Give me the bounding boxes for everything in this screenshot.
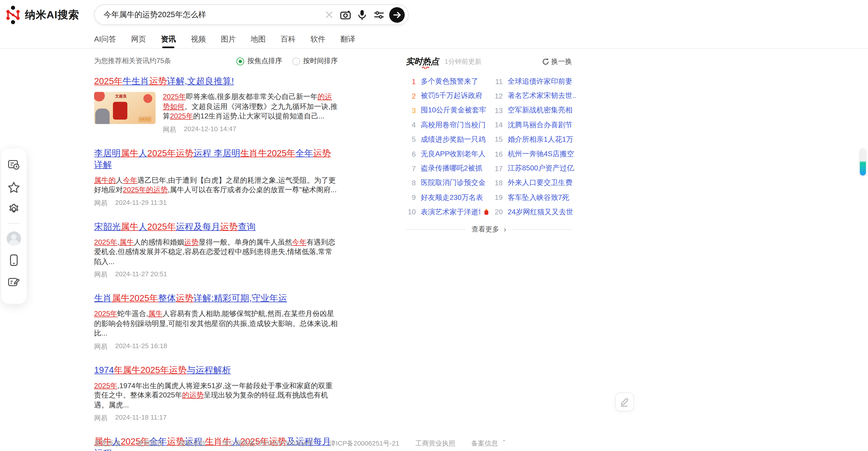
search-tabs: AI问答 网页 资讯 视频 图片 地图 百科 软件 翻译 <box>0 31 868 49</box>
microphone-icon[interactable] <box>354 6 370 23</box>
result-item: 2025年牛生肖运势详解,文超良推算! 文超良 2025 2025年即将来临,很… <box>94 75 338 134</box>
search-input[interactable] <box>103 10 320 19</box>
result-source: 网易2024-12-10 14:47 <box>163 125 338 134</box>
footer-link-icp[interactable]: 津ICP备20006251号-21 <box>329 439 399 449</box>
caret-up-icon[interactable]: ⌃ <box>502 439 506 449</box>
pencil-icon <box>620 397 629 407</box>
search-submit-button[interactable] <box>389 7 405 23</box>
hot-item[interactable]: 2024岁网红猫又又去世 <box>493 204 576 219</box>
clear-icon[interactable] <box>320 6 337 23</box>
user-avatar[interactable] <box>6 231 21 246</box>
scrollbar-thumb[interactable] <box>860 148 866 175</box>
hot-item[interactable]: 6无良APP收割老年人 <box>406 147 489 161</box>
hot-item[interactable]: 17江苏8500户资产过亿 <box>493 161 576 176</box>
hot-item[interactable]: 14沈腾马丽合办喜剧节 <box>493 118 576 132</box>
tab-maps[interactable]: 地图 <box>251 31 266 48</box>
hot-item[interactable]: 8医院取消门诊预交金 <box>406 176 489 190</box>
hot-item[interactable]: 13空军新战机密集亮相 <box>493 103 576 118</box>
refresh-icon <box>542 58 549 65</box>
tab-video[interactable]: 视频 <box>191 31 206 48</box>
hot-item[interactable]: 4高校用卷帘门当校门 <box>406 118 489 132</box>
footer-link-police-record[interactable]: 津公网安备12011602300304号 <box>222 439 313 449</box>
footer-link-feedback[interactable]: 意见反馈 <box>94 439 121 449</box>
camera-icon[interactable] <box>337 6 353 23</box>
results-column: 为您推荐相关资讯约75条 按焦点排序 按时间排序 2025年牛生肖运势详解,文超… <box>94 49 338 451</box>
tab-news[interactable]: 资讯 <box>161 31 176 48</box>
radio-selected-icon <box>237 57 244 65</box>
hot-item[interactable]: 11全球追债许家印前妻 <box>493 74 576 89</box>
tab-wiki[interactable]: 百科 <box>281 31 296 48</box>
result-snippet: 2025年,属牛人的感情和婚姻运势显得一般。单身的属牛人虽然今年有遇到恋爱机会,… <box>94 237 338 266</box>
result-title-link[interactable]: 1974年属牛2025年运势与运程解析 <box>94 364 338 376</box>
result-snippet: 2025年即将来临,很多朋友都非常关心自己新一年的运势如何。文超良运用《河洛理数… <box>163 92 338 121</box>
hot-refresh-button[interactable]: 换一换 <box>542 57 572 66</box>
tab-translate[interactable]: 翻译 <box>340 31 355 48</box>
hot-item[interactable]: 9好友顺走230万名表 <box>406 190 489 204</box>
settings-gear-icon[interactable] <box>8 203 20 216</box>
result-snippet: 属牛的人今年遇乙巳年,由于遭到【白虎】之星的耗泄之象,运气受阻。为了更好地应对2… <box>94 175 338 195</box>
candle-icon <box>484 209 489 215</box>
chevron-right-icon: › <box>504 225 506 234</box>
hot-view-more-button[interactable]: 查看更多 › <box>406 225 572 234</box>
search-box <box>94 4 409 25</box>
hot-topics-panel: 实时热点 1分钟前更新 换一换 1多个黄色预警来了 2被 <box>406 49 572 451</box>
hot-item[interactable]: 12著名艺术家宋韧去世... <box>493 89 576 103</box>
result-item: 生肖属牛2025年整体运势详解:精彩可期,守业年运 2025年蛇牛遥合,属牛人容… <box>94 292 338 351</box>
result-snippet: 2025年蛇牛遥合,属牛人容易有贵人相助,能够保驾护航,然而,在某些月份凶星的影… <box>94 309 338 338</box>
footer-link-privacy[interactable]: 隐私条款 <box>179 439 206 449</box>
left-tool-rail <box>1 148 27 304</box>
result-source: 网易2024-11-25 16:18 <box>94 342 338 351</box>
radio-unselected-icon <box>292 57 300 65</box>
top-bar: 纳米AI搜索 <box>0 0 868 29</box>
mobile-phone-icon[interactable] <box>8 254 20 266</box>
hot-item[interactable]: 2被罚5千万起诉政府 <box>406 89 489 103</box>
result-source: 网易2024-11-29 11:31 <box>94 198 338 208</box>
sort-by-time-radio[interactable]: 按时间排序 <box>292 57 338 66</box>
hot-item[interactable]: 1多个黄色预警来了 <box>406 74 489 89</box>
feedback-edit-icon[interactable] <box>8 276 20 288</box>
footer-link-record-info[interactable]: 备案信息 <box>471 439 498 449</box>
hot-list-right: 11全球追债许家印前妻 12著名艺术家宋韧去世... 13空军新战机密集亮相 1… <box>493 74 576 219</box>
hot-item[interactable]: 19客车坠入峡谷致7死 <box>493 190 576 204</box>
tab-ai-qa[interactable]: AI问答 <box>94 31 116 48</box>
hot-item[interactable]: 15婚介所相亲1人花1万 <box>493 132 576 147</box>
result-item: 宋韶光属牛人2025年运程及每月运势查询 2025年,属牛人的感情和婚姻运势显得… <box>94 221 338 280</box>
footer-link-terms[interactable]: 使用协议 <box>137 439 163 449</box>
result-title-link[interactable]: 宋韶光属牛人2025年运程及每月运势查询 <box>94 221 338 232</box>
red-wave-underline <box>422 66 431 68</box>
hot-topics-title: 实时热点 <box>406 57 439 67</box>
hot-updated-text: 1分钟前更新 <box>444 57 482 66</box>
tab-images[interactable]: 图片 <box>221 31 236 48</box>
result-title-link[interactable]: 生肖属牛2025年整体运势详解:精彩可期,守业年运 <box>94 292 338 304</box>
page: 纳米AI搜索 <box>0 0 868 451</box>
sort-by-focus-radio[interactable]: 按焦点排序 <box>237 57 282 66</box>
brand-name: 纳米AI搜索 <box>25 8 79 22</box>
result-source: 网易2024-11-27 20:51 <box>94 270 338 280</box>
hot-item[interactable]: 10表演艺术家于洋逝世 <box>406 204 489 219</box>
footer-link-business-license[interactable]: 工商营业执照 <box>415 439 455 449</box>
filters-icon[interactable] <box>370 6 387 23</box>
hot-item[interactable]: 18外来人口要交卫生费 <box>493 176 576 190</box>
tab-web[interactable]: 网页 <box>131 31 146 48</box>
hot-item[interactable]: 7盗录传播哪吒2被抓 <box>406 161 489 176</box>
tab-software[interactable]: 软件 <box>310 31 326 48</box>
hot-list-left: 1多个黄色预警来了 2被罚5千万起诉政府 3囤10公斤黄金被套牢 4高校用卷帘门… <box>406 74 489 219</box>
result-item: 李居明属牛人2025年运势运程 李居明生肖牛2025年全年运势详解 属牛的人今年… <box>94 147 338 208</box>
result-title-link[interactable]: 李居明属牛人2025年运势运程 李居明生肖牛2025年全年运势详解 <box>94 147 338 170</box>
hot-item[interactable]: 5成绩进步奖励一只鸡 <box>406 132 489 147</box>
history-icon[interactable] <box>8 159 20 171</box>
results-count-text: 为您推荐相关资讯约75条 <box>94 57 171 66</box>
result-source: 网易2024-11-18 11:17 <box>94 414 338 423</box>
favorites-star-icon[interactable] <box>8 181 20 193</box>
result-item: 1974年属牛2025年运势与运程解析 2025年,1974年出生的属虎人将迎来… <box>94 364 338 423</box>
result-snippet: 2025年,1974年出生的属虎人将迎来51岁,这一年龄段处于事业和家庭的双重责… <box>94 381 338 410</box>
result-thumbnail[interactable]: 文超良 2025 <box>94 92 156 124</box>
page-footer: 意见反馈 使用协议 隐私条款 津公网安备12011602300304号 津ICP… <box>94 439 506 449</box>
brand-logo[interactable]: 纳米AI搜索 <box>5 5 79 25</box>
hot-item[interactable]: 3囤10公斤黄金被套牢 <box>406 103 489 118</box>
brand-logo-icon <box>5 5 20 25</box>
hot-item[interactable]: 16杭州一奔驰4S店搬空 <box>493 147 576 161</box>
result-title-link[interactable]: 2025年牛生肖运势详解,文超良推算! <box>94 75 338 87</box>
compose-pencil-button[interactable] <box>615 392 634 411</box>
rail-divider <box>8 223 20 224</box>
